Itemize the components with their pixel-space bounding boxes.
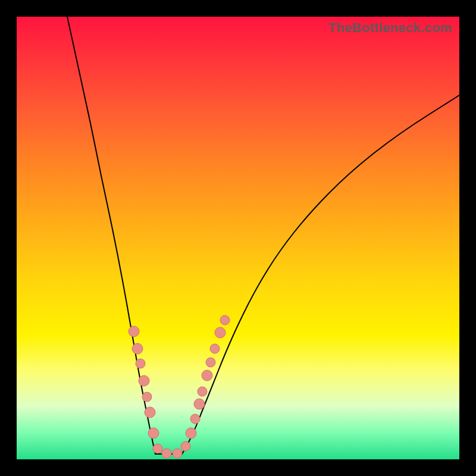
- marker-dot: [220, 315, 230, 325]
- curve-left: [67, 17, 155, 454]
- marker-dot: [194, 399, 205, 409]
- marker-dot: [190, 414, 200, 424]
- marker-dot: [186, 428, 196, 439]
- marker-dot: [198, 387, 207, 396]
- marker-dot: [210, 344, 220, 353]
- marker-dot: [181, 441, 190, 451]
- marker-dot: [173, 449, 182, 458]
- chart-svg: [17, 17, 459, 459]
- marker-dot: [132, 343, 143, 354]
- marker-dot: [206, 358, 215, 367]
- plot-area: TheBottleneck.com: [17, 17, 459, 459]
- marker-dot: [148, 428, 159, 439]
- marker-dot: [202, 370, 212, 381]
- marker-dot: [142, 392, 152, 402]
- curve-right: [182, 95, 459, 454]
- marker-dot: [139, 375, 149, 386]
- chart-frame: TheBottleneck.com: [0, 0, 476, 476]
- marker-group: [129, 315, 230, 458]
- marker-dot: [129, 326, 139, 337]
- marker-dot: [162, 449, 171, 458]
- marker-dot: [215, 327, 226, 338]
- marker-dot: [145, 407, 155, 418]
- marker-dot: [136, 359, 145, 368]
- marker-dot: [153, 444, 162, 453]
